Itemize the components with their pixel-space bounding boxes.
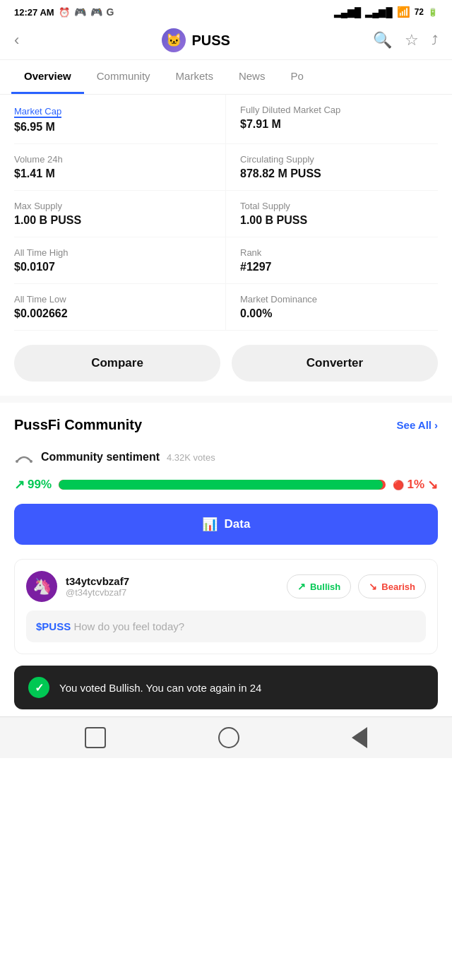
rank-label: Rank [240, 247, 438, 258]
bearish-arrow-icon: ↘ [427, 477, 438, 492]
bullish-vote-icon: ↗ [297, 581, 306, 592]
status-right: ▂▄▆█ ▂▄▆█ 📶 72 🔋 [334, 6, 438, 18]
circulating-value: 878.82 M PUSS [240, 167, 438, 180]
back-button[interactable]: ‹ [14, 31, 19, 49]
circulating-label: Circulating Supply [240, 154, 438, 165]
header-left: ‹ [14, 31, 19, 49]
rank-value: #1297 [240, 261, 438, 273]
signal2-icon: ▂▄▆█ [365, 7, 392, 18]
share-icon[interactable]: ⤴ [432, 33, 438, 48]
stat-rank: Rank #1297 [226, 237, 438, 284]
total-supply-label: Total Supply [240, 201, 438, 211]
bullish-fill [59, 480, 383, 490]
status-time: 12:27 AM [14, 7, 54, 18]
market-cap-label: Market Cap [14, 106, 61, 118]
square-nav-button[interactable] [85, 727, 106, 748]
sentiment-bar-row: ↗ 99% 🔴 1% ↘ [14, 477, 438, 492]
atl-value: $0.002662 [14, 307, 211, 320]
see-all-button[interactable]: See All › [397, 419, 438, 431]
post-ticker: $PUSS [36, 620, 71, 632]
home-nav-button[interactable] [218, 727, 239, 748]
community-title: PussFi Community [14, 417, 142, 433]
battery-icon: 72 [415, 7, 424, 17]
sentiment-votes: 4.32K votes [167, 452, 215, 463]
header-right: 🔍 ☆ ⤴ [373, 31, 438, 49]
post-header: 🦄 t34ytcvbzaf7 @t34ytcvbzaf7 ↗ Bullish ↘… [26, 571, 426, 602]
stats-grid: Market Cap $6.95 M Fully Diluted Market … [14, 95, 438, 331]
bearish-circle-icon: 🔴 [393, 480, 404, 490]
stat-fully-diluted: Fully Diluted Market Cap $7.91 M [226, 95, 438, 144]
tab-markets[interactable]: Markets [163, 60, 226, 94]
volume-value: $1.41 M [14, 167, 211, 180]
ath-value: $0.0107 [14, 261, 211, 273]
max-supply-label: Max Supply [14, 201, 211, 211]
tab-overview[interactable]: Overview [11, 60, 84, 94]
svg-point-0 [16, 460, 18, 463]
total-supply-value: 1.00 B PUSS [240, 214, 438, 227]
bearish-percentage: 🔴 1% ↘ [393, 477, 438, 492]
bullish-percentage: ↗ 99% [14, 477, 52, 492]
status-bar: 12:27 AM ⏰ 🎮 🎮 G ▂▄▆█ ▂▄▆█ 📶 72 🔋 [0, 0, 452, 21]
vote-notification: ✓ You voted Bullish. You can vote again … [14, 666, 438, 709]
compare-button[interactable]: Compare [14, 345, 220, 382]
star-icon[interactable]: ☆ [405, 31, 419, 49]
dominance-value: 0.00% [240, 307, 438, 320]
notification-text: You voted Bullish. You can vote again in… [59, 682, 261, 694]
max-supply-value: 1.00 B PUSS [14, 214, 211, 227]
discord2-icon: 🎮 [90, 6, 102, 18]
vote-buttons: ↗ Bullish ↘ Bearish [287, 574, 426, 598]
check-icon: ✓ [28, 677, 49, 698]
volume-label: Volume 24h [14, 154, 211, 165]
bullish-vote-button[interactable]: ↗ Bullish [287, 574, 351, 598]
post-content: $PUSS How do you feel today? [26, 610, 426, 642]
dominance-label: Market Dominance [240, 294, 438, 305]
svg-point-1 [30, 460, 32, 463]
bearish-vote-button[interactable]: ↘ Bearish [358, 574, 426, 598]
stat-volume: Volume 24h $1.41 M [14, 144, 226, 191]
data-btn-label: Data [225, 517, 251, 531]
user-info: t34ytcvbzaf7 @t34ytcvbzaf7 [66, 575, 129, 598]
divider [0, 396, 452, 403]
ath-label: All Time High [14, 247, 211, 258]
atl-label: All Time Low [14, 294, 211, 305]
battery-symbol: 🔋 [428, 8, 438, 17]
header-title: 🐱 PUSS [162, 28, 230, 52]
stat-dominance: Market Dominance 0.00% [226, 284, 438, 331]
user-avatar: 🦄 [26, 571, 57, 602]
user-handle: @t34ytcvbzaf7 [66, 587, 129, 598]
market-cap-value: $6.95 M [14, 121, 211, 134]
bottom-nav [0, 716, 452, 758]
back-nav-button[interactable] [352, 727, 367, 748]
chevron-right-icon: › [434, 419, 438, 431]
alarm-icon: ⏰ [59, 7, 70, 18]
coin-name: PUSS [191, 33, 230, 49]
search-icon[interactable]: 🔍 [373, 31, 392, 49]
google-icon: G [107, 6, 114, 18]
wifi-icon: 📶 [397, 6, 410, 18]
tab-po[interactable]: Po [278, 60, 316, 94]
sentiment-progress-bar [59, 480, 386, 490]
post-card: 🦄 t34ytcvbzaf7 @t34ytcvbzaf7 ↗ Bullish ↘… [14, 559, 438, 654]
action-buttons: Compare Converter [0, 331, 452, 396]
stat-max-supply: Max Supply 1.00 B PUSS [14, 191, 226, 237]
nav-tabs: Overview Community Markets News Po [0, 60, 452, 95]
stat-circulating: Circulating Supply 878.82 M PUSS [226, 144, 438, 191]
post-user: 🦄 t34ytcvbzaf7 @t34ytcvbzaf7 [26, 571, 129, 602]
tab-community[interactable]: Community [84, 60, 163, 94]
sentiment-row: Community sentiment 4.32K votes [14, 447, 438, 467]
stat-atl: All Time Low $0.002662 [14, 284, 226, 331]
converter-button[interactable]: Converter [232, 345, 438, 382]
tab-news[interactable]: News [226, 60, 278, 94]
sentiment-icon [14, 447, 34, 467]
discord-icon: 🎮 [74, 6, 86, 18]
data-button[interactable]: 📊 Data [14, 504, 438, 545]
chart-icon: 📊 [202, 516, 218, 532]
fully-diluted-value: $7.91 M [240, 118, 438, 131]
bearish-vote-icon: ↘ [369, 581, 377, 592]
coin-avatar: 🐱 [162, 28, 186, 52]
community-header: PussFi Community See All › [14, 417, 438, 433]
sentiment-label: Community sentiment [41, 451, 160, 464]
stats-section: Market Cap $6.95 M Fully Diluted Market … [0, 95, 452, 331]
community-section: PussFi Community See All › Community sen… [0, 403, 452, 716]
bullish-arrow-icon: ↗ [14, 477, 25, 492]
